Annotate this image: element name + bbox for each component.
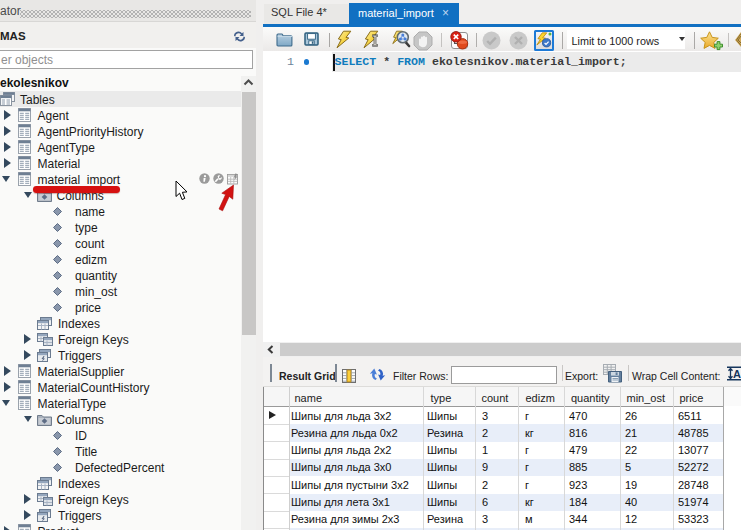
svg-text:A: A — [733, 368, 741, 380]
